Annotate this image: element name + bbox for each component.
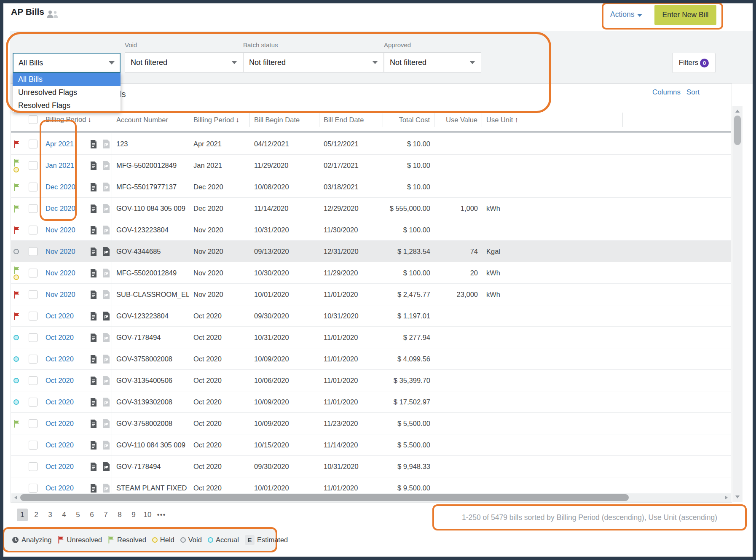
bill-image-icon[interactable] bbox=[103, 290, 110, 299]
approved-dropdown[interactable]: Not filtered bbox=[384, 52, 481, 73]
billing-period-link[interactable]: Oct 2020 bbox=[46, 334, 74, 341]
bill-image-icon[interactable] bbox=[103, 226, 110, 234]
page-button-2[interactable]: 2 bbox=[31, 509, 42, 521]
billing-period-link[interactable]: Nov 2020 bbox=[46, 269, 75, 277]
bill-document-icon[interactable] bbox=[89, 441, 97, 450]
row-checkbox[interactable] bbox=[29, 462, 38, 471]
table-row[interactable]: Nov 2020 GOV-4344685 Nov 2020 09/13/2020… bbox=[11, 241, 731, 262]
column-header[interactable]: Total Cost bbox=[383, 113, 434, 127]
table-row[interactable]: Oct 2020 GOV-110 084 305 009 Oct 2020 10… bbox=[11, 434, 731, 456]
row-checkbox[interactable] bbox=[29, 290, 38, 299]
page-button-9[interactable]: 9 bbox=[128, 509, 139, 521]
dropdown-option[interactable]: Unresolved Flags bbox=[13, 86, 121, 99]
bill-document-icon[interactable] bbox=[89, 355, 97, 364]
column-header[interactable]: Bill Begin Date bbox=[250, 113, 319, 127]
bill-image-icon[interactable] bbox=[103, 140, 110, 148]
page-button-10[interactable]: 10 bbox=[142, 509, 153, 521]
scroll-right-icon[interactable] bbox=[725, 495, 728, 500]
page-button-7[interactable]: 7 bbox=[100, 509, 111, 521]
scroll-down-icon[interactable] bbox=[735, 495, 740, 498]
bill-image-icon[interactable] bbox=[103, 312, 110, 320]
billing-period-link[interactable]: Nov 2020 bbox=[46, 226, 75, 234]
row-checkbox[interactable] bbox=[29, 333, 38, 342]
billing-period-link[interactable]: Dec 2020 bbox=[46, 183, 75, 191]
column-header[interactable]: Use Value bbox=[434, 113, 482, 127]
bill-document-icon[interactable] bbox=[89, 290, 97, 299]
row-checkbox[interactable] bbox=[29, 269, 38, 277]
table-row[interactable]: Jan 2021 MFG-55020012849 Jan 2021 11/29/… bbox=[11, 155, 731, 176]
bill-image-icon[interactable] bbox=[103, 484, 110, 493]
billing-period-link[interactable]: Oct 2020 bbox=[46, 484, 74, 492]
table-row[interactable]: Oct 2020 GOV-3758002008 Oct 2020 10/09/2… bbox=[11, 348, 731, 370]
billing-period-link[interactable]: Oct 2020 bbox=[46, 420, 74, 427]
billing-period-link[interactable]: Oct 2020 bbox=[46, 355, 74, 363]
bill-document-icon[interactable] bbox=[89, 247, 97, 256]
bill-document-icon[interactable] bbox=[89, 462, 97, 471]
page-button-6[interactable]: 6 bbox=[86, 509, 97, 521]
billing-period-link[interactable]: Jan 2021 bbox=[46, 162, 74, 169]
scroll-up-icon[interactable] bbox=[735, 110, 740, 113]
billing-period-link[interactable]: Dec 2020 bbox=[46, 205, 75, 212]
scroll-left-icon[interactable] bbox=[14, 495, 17, 500]
row-checkbox[interactable] bbox=[29, 183, 38, 191]
filters-button[interactable]: Filters 0 bbox=[672, 53, 716, 73]
page-button-1[interactable]: 1 bbox=[17, 509, 28, 521]
bill-image-icon[interactable] bbox=[103, 462, 110, 471]
bill-document-icon[interactable] bbox=[89, 398, 97, 407]
page-button-3[interactable]: 3 bbox=[45, 509, 56, 521]
bill-document-icon[interactable] bbox=[89, 419, 97, 428]
table-row[interactable]: Oct 2020 STEAM PLANT FIXED Oct 2020 10/0… bbox=[11, 477, 731, 493]
row-checkbox[interactable] bbox=[29, 226, 38, 234]
vertical-scrollbar-thumb[interactable] bbox=[734, 116, 741, 145]
bill-image-icon[interactable] bbox=[103, 183, 110, 191]
horizontal-scrollbar[interactable] bbox=[11, 493, 731, 502]
row-checkbox[interactable] bbox=[29, 247, 38, 256]
row-checkbox[interactable] bbox=[29, 140, 38, 148]
bill-image-icon[interactable] bbox=[103, 376, 110, 385]
billing-period-link[interactable]: Oct 2020 bbox=[46, 377, 74, 384]
more-pages-button[interactable]: ••• bbox=[156, 509, 167, 521]
batch-status-dropdown[interactable]: Not filtered bbox=[243, 52, 384, 73]
column-header[interactable]: Account Number bbox=[112, 113, 189, 127]
bill-document-icon[interactable] bbox=[89, 269, 97, 278]
billing-period-link[interactable]: Oct 2020 bbox=[46, 398, 74, 406]
vertical-scrollbar[interactable] bbox=[732, 106, 743, 502]
table-row[interactable]: Nov 2020 MFG-55020012849 Nov 2020 10/30/… bbox=[11, 262, 731, 284]
table-row[interactable]: Oct 2020 GOV-3135400506 Oct 2020 10/06/2… bbox=[11, 370, 731, 391]
bill-image-icon[interactable] bbox=[103, 398, 110, 407]
row-checkbox[interactable] bbox=[29, 441, 38, 450]
table-row[interactable]: Nov 2020 GOV-123223804 Nov 2020 10/31/20… bbox=[11, 219, 731, 241]
row-checkbox[interactable] bbox=[29, 484, 38, 493]
bill-image-icon[interactable] bbox=[103, 333, 110, 342]
horizontal-scrollbar-thumb[interactable] bbox=[20, 494, 629, 501]
actions-button[interactable]: Actions bbox=[610, 10, 642, 19]
bill-image-icon[interactable] bbox=[103, 247, 110, 256]
bill-document-icon[interactable] bbox=[89, 333, 97, 342]
columns-button[interactable]: Columns bbox=[652, 88, 681, 97]
bill-type-dropdown[interactable]: All Bills bbox=[13, 53, 121, 73]
bill-image-icon[interactable] bbox=[103, 204, 110, 213]
table-row[interactable]: Oct 2020 GOV-123223804 Oct 2020 09/30/20… bbox=[11, 305, 731, 327]
bill-document-icon[interactable] bbox=[89, 204, 97, 213]
column-header[interactable]: Billing Period↓ bbox=[41, 116, 112, 124]
bill-document-icon[interactable] bbox=[89, 484, 97, 493]
table-row[interactable]: Nov 2020 SUB-CLASSROOM_ELE Nov 2020 10/0… bbox=[11, 284, 731, 305]
table-row[interactable]: Dec 2020 GOV-110 084 305 009 Dec 2020 11… bbox=[11, 198, 731, 219]
table-row[interactable]: Oct 2020 GOV-7178494 Oct 2020 09/30/2020… bbox=[11, 456, 731, 477]
column-header[interactable]: Billing Period↓ bbox=[189, 113, 250, 127]
bill-document-icon[interactable] bbox=[89, 226, 97, 235]
select-all-checkbox[interactable] bbox=[29, 115, 38, 124]
enter-new-bill-button[interactable]: Enter New Bill bbox=[654, 5, 716, 25]
table-row[interactable]: Dec 2020 MFG-55017977137 Dec 2020 10/08/… bbox=[11, 176, 731, 198]
void-dropdown[interactable]: Not filtered bbox=[125, 52, 243, 73]
table-row[interactable]: Oct 2020 GOV-3758002008 Oct 2020 10/09/2… bbox=[11, 413, 731, 434]
page-button-5[interactable]: 5 bbox=[72, 509, 83, 521]
bill-document-icon[interactable] bbox=[89, 312, 97, 321]
bill-document-icon[interactable] bbox=[89, 140, 97, 149]
row-checkbox[interactable] bbox=[29, 161, 38, 170]
bill-image-icon[interactable] bbox=[103, 419, 110, 428]
row-checkbox[interactable] bbox=[29, 312, 38, 320]
bill-image-icon[interactable] bbox=[103, 355, 110, 363]
table-row[interactable]: Oct 2020 GOV-3139302008 Oct 2020 10/09/2… bbox=[11, 391, 731, 413]
column-header[interactable]: Bill End Date bbox=[319, 113, 383, 127]
